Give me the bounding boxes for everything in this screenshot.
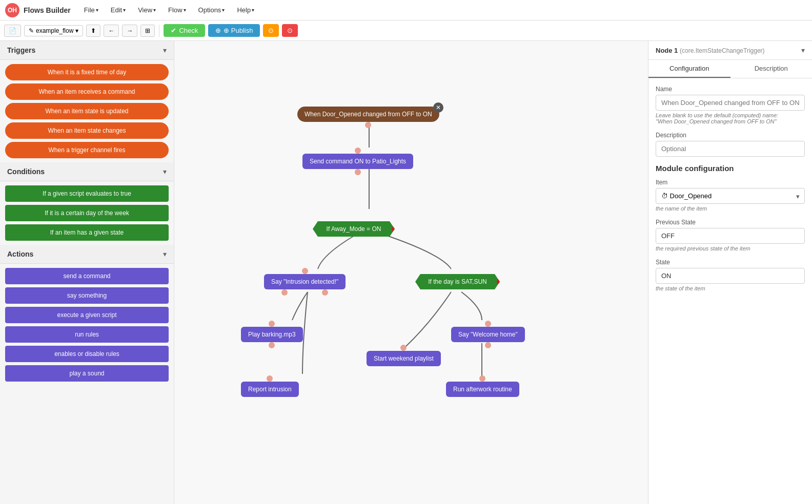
- action-execute-script[interactable]: execute a given script: [5, 307, 169, 323]
- conditions-chevron: ▾: [163, 167, 167, 176]
- canvas-area[interactable]: When Door_Opened changed from OFF to ON …: [174, 41, 648, 504]
- trigger-item-state-changes[interactable]: When an item state changes: [5, 122, 169, 139]
- menu-options[interactable]: Options ▾: [194, 4, 229, 16]
- new-file-button[interactable]: 📄: [4, 25, 21, 37]
- item-field-hint: the name of the item: [656, 205, 805, 212]
- flow-name-selector[interactable]: ✎ example_flow ▾: [24, 25, 83, 36]
- trigger-bottom-connector[interactable]: [365, 122, 371, 128]
- play-barking-label: Play barking.mp3: [248, 331, 296, 338]
- description-field-group: Description: [656, 132, 805, 157]
- name-field-hint: Leave blank to use the default (computed…: [656, 112, 805, 124]
- trigger-node-close[interactable]: ✕: [433, 102, 443, 113]
- trigger-channel-fires[interactable]: When a trigger channel fires: [5, 142, 169, 158]
- say-welcome-top-connector[interactable]: [485, 321, 491, 327]
- condition1-node-label: If Away_Mode = ON: [327, 225, 381, 233]
- conditions-content: If a given script evaluates to true If i…: [0, 181, 174, 245]
- actions-content: send a command say something execute a g…: [0, 264, 174, 386]
- right-panel-tabs: Configuration Description: [648, 60, 812, 78]
- menu-flow[interactable]: Flow ▾: [164, 4, 190, 16]
- report-intrusion-node[interactable]: Report intrusion: [241, 382, 299, 397]
- upload-button[interactable]: ⬆: [86, 25, 100, 37]
- app-logo: OH: [5, 3, 19, 17]
- orange-action-button[interactable]: ⊙: [263, 24, 279, 37]
- action-play-sound[interactable]: play a sound: [5, 365, 169, 382]
- condition1-top-connector[interactable]: [351, 215, 357, 221]
- run-afterwork-node[interactable]: Run afterwork routine: [446, 382, 519, 397]
- actions-title: Actions: [7, 250, 33, 258]
- name-field-label: Name: [656, 86, 805, 93]
- say-intrusion-top-connector[interactable]: [302, 268, 308, 274]
- conditions-title: Conditions: [7, 167, 45, 176]
- previous-state-input[interactable]: [656, 228, 805, 244]
- triggers-title: Triggers: [7, 46, 35, 54]
- condition-item-state[interactable]: If an item has a given state: [5, 224, 169, 241]
- menu-file[interactable]: File ▾: [80, 4, 103, 16]
- red-action-button[interactable]: ⊙: [282, 24, 298, 37]
- play-barking-node[interactable]: Play barking.mp3: [241, 327, 303, 342]
- say-welcome-node[interactable]: Say "Welcome home": [451, 327, 525, 342]
- menu-edit[interactable]: Edit ▾: [107, 4, 130, 16]
- action-say-something[interactable]: say something: [5, 287, 169, 304]
- condition2-node[interactable]: If the day is SAT,SUN: [415, 274, 500, 289]
- item-field-label: Item: [656, 179, 805, 186]
- start-playlist-top-connector[interactable]: [400, 345, 407, 351]
- condition2-bottom-right-connector[interactable]: [476, 289, 482, 296]
- right-panel: Node 1 (core.ItemStateChangeTrigger) ▾ C…: [648, 41, 812, 504]
- condition2-top-connector[interactable]: [455, 268, 461, 274]
- grid-button[interactable]: ⊞: [140, 25, 155, 37]
- check-button[interactable]: ✔Check: [164, 24, 205, 37]
- check-label: Check: [179, 27, 198, 34]
- actions-section-header[interactable]: Actions ▾: [0, 245, 174, 264]
- say-intrusion-bottom-right-connector[interactable]: [322, 289, 328, 296]
- node-subtitle: (core.ItemStateChangeTrigger): [680, 47, 765, 54]
- menu-help[interactable]: Help ▾: [233, 4, 258, 16]
- condition2-red-connector[interactable]: [497, 279, 503, 285]
- condition-script[interactable]: If a given script evaluates to true: [5, 185, 169, 202]
- say-welcome-label: Say "Welcome home": [458, 331, 518, 338]
- item-select[interactable]: ⏱ Door_Opened: [656, 188, 805, 204]
- command1-node[interactable]: Send command ON to Patio_Lights: [302, 154, 413, 169]
- command1-top-connector[interactable]: [355, 148, 361, 154]
- action-send-command[interactable]: send a command: [5, 268, 169, 284]
- item-select-wrapper: ⏱ Door_Opened: [656, 188, 805, 204]
- condition1-bottom-left-connector[interactable]: [330, 237, 336, 243]
- right-panel-chevron[interactable]: ▾: [801, 46, 805, 54]
- tab-description[interactable]: Description: [730, 60, 813, 78]
- condition1-bottom-right-connector[interactable]: [371, 237, 377, 243]
- trigger-node[interactable]: When Door_Opened changed from OFF to ON …: [297, 107, 439, 122]
- state-input[interactable]: [656, 268, 805, 284]
- command1-bottom-connector[interactable]: [355, 169, 361, 175]
- trigger-item-command[interactable]: When an item receives a command: [5, 83, 169, 100]
- action-run-rules[interactable]: run rules: [5, 326, 169, 343]
- action-enable-disable-rules[interactable]: enables or disable rules: [5, 346, 169, 362]
- play-barking-bottom-connector[interactable]: [269, 342, 275, 348]
- say-intrusion-bottom-left-connector[interactable]: [281, 289, 288, 296]
- start-playlist-node[interactable]: Start weekend playlist: [367, 351, 441, 366]
- report-intrusion-top-connector[interactable]: [267, 375, 273, 382]
- description-input[interactable]: [656, 141, 805, 157]
- state-field-group: State the state of the item: [656, 259, 805, 291]
- publish-button[interactable]: ⊕⊕ Publish: [208, 24, 260, 37]
- condition2-bottom-left-connector[interactable]: [433, 289, 439, 296]
- name-input[interactable]: [656, 95, 805, 111]
- redo-button[interactable]: →: [122, 25, 137, 37]
- say-intrusion-node[interactable]: Say "Intrusion detected!": [264, 274, 346, 289]
- condition-day-of-week[interactable]: If it is a certain day of the week: [5, 205, 169, 221]
- tab-configuration[interactable]: Configuration: [648, 60, 730, 78]
- triggers-chevron: ▾: [163, 46, 167, 54]
- state-hint: the state of the item: [656, 285, 805, 291]
- run-afterwork-top-connector[interactable]: [479, 375, 485, 382]
- conditions-section-header[interactable]: Conditions ▾: [0, 162, 174, 181]
- say-welcome-bottom-connector[interactable]: [485, 342, 491, 348]
- triggers-section-header[interactable]: Triggers ▾: [0, 41, 174, 60]
- undo-button[interactable]: ←: [104, 25, 119, 37]
- condition1-red-connector[interactable]: [392, 226, 398, 232]
- play-barking-top-connector[interactable]: [269, 321, 275, 327]
- command1-node-label: Send command ON to Patio_Lights: [310, 158, 406, 165]
- module-config-title: Module configuration: [656, 164, 805, 173]
- trigger-fixed-time[interactable]: When it is a fixed time of day: [5, 64, 169, 80]
- trigger-item-state-updated[interactable]: When an item state is updated: [5, 103, 169, 119]
- condition1-node[interactable]: If Away_Mode = ON: [313, 221, 395, 237]
- trigger-node-label: When Door_Opened changed from OFF to ON: [304, 111, 432, 118]
- menu-view[interactable]: View ▾: [134, 4, 160, 16]
